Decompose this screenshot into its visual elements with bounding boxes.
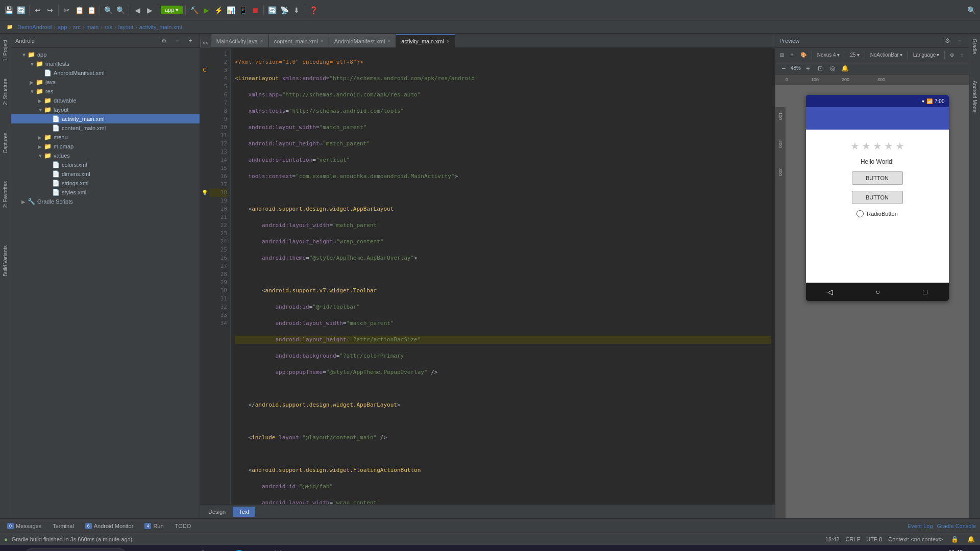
- find-icon[interactable]: 🔍: [103, 5, 114, 16]
- breadcrumb-app[interactable]: app: [58, 24, 67, 30]
- tree-item-content-main[interactable]: 📄 content_main.xml: [11, 123, 200, 133]
- tab-activity-main-close[interactable]: ×: [447, 39, 450, 44]
- profile-icon[interactable]: 📊: [225, 5, 236, 16]
- cut-icon[interactable]: ✂: [61, 5, 72, 16]
- tab-activity-main[interactable]: activity_main.xml ×: [396, 34, 455, 47]
- structure-tab[interactable]: 2: Structure: [2, 76, 9, 108]
- breadcrumb-project[interactable]: DemoAndroid: [17, 24, 52, 30]
- redo-icon[interactable]: ↪: [44, 5, 56, 16]
- replace-icon[interactable]: 🔍: [115, 5, 126, 16]
- forward-icon[interactable]: ▶: [144, 5, 155, 16]
- text-tab[interactable]: Text: [233, 507, 255, 517]
- terminal-tool[interactable]: Terminal: [50, 522, 77, 530]
- zoom-actual-icon[interactable]: ◎: [827, 63, 838, 73]
- view-list-icon[interactable]: ≡: [788, 51, 796, 59]
- zoom-out-icon[interactable]: −: [778, 63, 789, 73]
- todo-tool[interactable]: TODO: [172, 522, 194, 530]
- breadcrumb-file[interactable]: activity_main.xml: [139, 24, 182, 30]
- theme-selector[interactable]: NoActionBar ▾: [868, 51, 905, 59]
- tree-item-androidmanifest[interactable]: 📄 AndroidManifest.xml: [11, 68, 200, 78]
- refresh-icon[interactable]: 🔔: [840, 63, 850, 73]
- tree-item-values[interactable]: ▼ 📁 values: [11, 151, 200, 160]
- run-icon[interactable]: ▶: [201, 5, 212, 16]
- sdk-icon[interactable]: ⬇: [291, 5, 302, 16]
- gradle-tab[interactable]: Gradle: [971, 36, 978, 57]
- build-variants-tab[interactable]: Build Variants: [2, 242, 9, 280]
- search-everywhere-icon[interactable]: 🔍: [966, 5, 977, 16]
- tree-item-app[interactable]: ▼ 📁 app: [11, 50, 200, 59]
- zoom-in-icon[interactable]: +: [803, 63, 813, 73]
- paste-icon[interactable]: 📋: [86, 5, 97, 16]
- back-icon[interactable]: ◀: [132, 5, 143, 16]
- taskbar-app-tripadvisor[interactable]: 🧳: [191, 546, 209, 551]
- taskbar-app-maps[interactable]: 🗺: [249, 546, 267, 551]
- help-icon[interactable]: ❓: [308, 5, 319, 16]
- tab-content-main-close[interactable]: ×: [321, 38, 324, 44]
- api-dropdown[interactable]: 25 ▾: [848, 51, 862, 59]
- tab-androidmanifest[interactable]: AndroidManifest.xml ×: [329, 34, 397, 47]
- build-icon[interactable]: 🔨: [188, 5, 200, 16]
- tree-item-layout[interactable]: ▼ 📁 layout: [11, 105, 200, 114]
- tab-androidmanifest-close[interactable]: ×: [387, 38, 390, 44]
- tree-item-manifests[interactable]: ▼ 📁 manifests: [11, 59, 200, 68]
- notification-icon[interactable]: 🔔: [966, 534, 976, 544]
- captures-tab[interactable]: Captures: [2, 130, 9, 157]
- tree-item-java[interactable]: ▶ 📁 java: [11, 78, 200, 87]
- apk-icon[interactable]: 📱: [237, 5, 249, 16]
- device-dropdown[interactable]: Nexus 4 ▾: [815, 51, 842, 59]
- tree-item-res[interactable]: ▼ 📁 res: [11, 87, 200, 96]
- sync-icon[interactable]: 🔄: [15, 5, 27, 16]
- app-dropdown[interactable]: app ▾: [161, 6, 183, 14]
- undo-icon[interactable]: ↩: [32, 5, 43, 16]
- editor-code[interactable]: <?xml version="1.0" encoding="utf-8"?> <…: [231, 48, 775, 504]
- breadcrumb-layout[interactable]: layout: [118, 24, 133, 30]
- taskbar-app-files[interactable]: 📁: [172, 546, 190, 551]
- breadcrumb-src[interactable]: src: [73, 24, 81, 30]
- gradle-sync-icon[interactable]: 🔄: [266, 5, 278, 16]
- messages-tool[interactable]: 0 Messages: [4, 522, 44, 530]
- tab-mainactivity-close[interactable]: ×: [260, 38, 263, 44]
- favorites-tab[interactable]: 2: Favorites: [2, 178, 9, 211]
- save-icon[interactable]: 💾: [3, 5, 14, 16]
- lock-icon[interactable]: 🔒: [949, 534, 960, 544]
- taskbar-app-mail[interactable]: ✉: [210, 546, 229, 551]
- gradle-console-link[interactable]: Gradle Console: [937, 523, 976, 529]
- orientation-icon[interactable]: ↕: [958, 51, 966, 59]
- tree-item-activity-main[interactable]: 📄 activity_main.xml: [11, 114, 200, 123]
- language-dropdown[interactable]: Language ▾: [911, 51, 942, 59]
- theme-dropdown[interactable]: 🎨: [798, 51, 809, 59]
- tree-item-mipmap[interactable]: ▶ 📁 mipmap: [11, 142, 200, 151]
- avd-icon[interactable]: 📡: [279, 5, 290, 16]
- zoom-fit-icon[interactable]: ⊡: [815, 63, 825, 73]
- view-grid-icon[interactable]: ⊞: [777, 51, 787, 59]
- android-model-tab[interactable]: Android Model: [971, 78, 978, 116]
- tree-item-drawable[interactable]: ▶ 📁 drawable: [11, 96, 200, 105]
- project-tab[interactable]: 1: Project: [2, 37, 9, 64]
- project-panel-close-icon[interactable]: −: [172, 36, 182, 46]
- tab-mainactivity[interactable]: MainActivity.java ×: [211, 34, 269, 47]
- breadcrumb-res[interactable]: res: [105, 24, 112, 30]
- tree-item-colors[interactable]: 📄 colors.xml: [11, 160, 200, 169]
- taskbar-app-firefox[interactable]: 🦊: [268, 546, 287, 551]
- event-log-link[interactable]: Event Log: [908, 523, 933, 529]
- windows-start-icon[interactable]: ⊞: [4, 546, 22, 551]
- design-tab[interactable]: Design: [202, 507, 232, 517]
- tree-item-menu[interactable]: ▶ 📁 menu: [11, 133, 200, 142]
- tree-item-styles[interactable]: 📄 styles.xml: [11, 188, 200, 197]
- preview-settings-icon[interactable]: ⚙: [942, 36, 952, 46]
- taskbar-app-edge[interactable]: e: [152, 546, 170, 551]
- tree-item-gradle[interactable]: ▶ 🔧 Gradle Scripts: [11, 197, 200, 206]
- stop-icon[interactable]: ⏹: [250, 5, 261, 16]
- layout-size-icon[interactable]: ⊕: [947, 51, 957, 59]
- debug-icon[interactable]: ⚡: [213, 5, 224, 16]
- android-monitor-tool[interactable]: 6 Android Monitor: [82, 522, 137, 530]
- project-panel-settings-icon[interactable]: ⚙: [159, 36, 169, 46]
- breadcrumb-main[interactable]: main: [86, 24, 99, 30]
- tab-content-main[interactable]: content_main.xml ×: [269, 34, 329, 47]
- taskbar-search[interactable]: 🎤 Taper ici pour rechercher: [24, 548, 127, 551]
- project-panel-expand-icon[interactable]: +: [185, 36, 195, 46]
- copy-icon[interactable]: 📋: [74, 5, 85, 16]
- tree-item-dimens[interactable]: 📄 dimens.xml: [11, 169, 200, 179]
- collapse-button[interactable]: <<: [200, 39, 211, 47]
- tree-item-strings[interactable]: 📄 strings.xml: [11, 179, 200, 188]
